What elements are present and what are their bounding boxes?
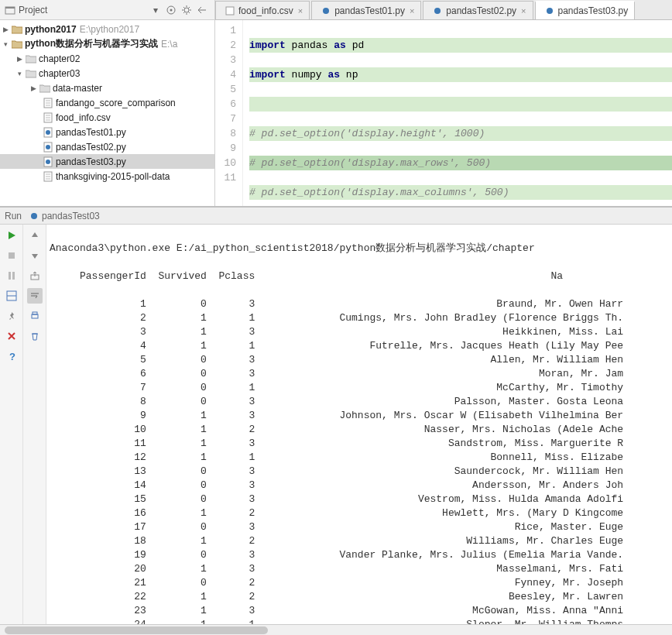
file-icon (43, 171, 53, 182)
csv-icon (43, 112, 53, 123)
tree-file-pt02[interactable]: pandasTest02.py (0, 139, 214, 154)
close-run-button[interactable] (4, 328, 19, 344)
project-collapse-icon[interactable] (194, 2, 210, 18)
python-file-icon (432, 5, 443, 16)
soft-wrap-button[interactable] (27, 288, 43, 304)
project-dropdown-icon[interactable]: ▾ (148, 2, 163, 18)
svg-rect-1 (5, 7, 15, 9)
svg-point-4 (184, 8, 189, 12)
console-output[interactable]: Anaconda3\python.exe E:/ai_python_scient… (46, 225, 672, 635)
tab-pandastest03[interactable]: pandasTest03.py (535, 1, 636, 19)
line-gutter: 1234567891011 (215, 20, 243, 206)
tree-chapter03[interactable]: ▾ chapter03 (0, 66, 214, 81)
tab-label: pandasTest03.py (558, 5, 629, 16)
close-icon[interactable]: × (298, 6, 303, 15)
csv-icon (225, 5, 235, 16)
tab-food-info[interactable]: food_info.csv × (215, 1, 310, 19)
svg-point-24 (323, 8, 329, 14)
folder-icon (26, 68, 36, 79)
help-button[interactable]: ? (4, 348, 19, 364)
python-file-icon (43, 142, 53, 153)
layout-button[interactable] (4, 288, 19, 304)
svg-point-26 (547, 8, 553, 14)
pin-button[interactable] (4, 308, 19, 324)
editor-area: food_info.csv × pandasTest01.py × pandas… (215, 0, 672, 206)
console-columns: PassengerId Survived Pclass Na (50, 269, 672, 283)
run-panel: Run pandasTest03 ? (0, 206, 672, 635)
code-editor[interactable]: 1234567891011 import pandas as pd import… (215, 20, 672, 206)
tree-file-food[interactable]: food_info.csv (0, 110, 214, 125)
project-locate-icon[interactable] (163, 2, 179, 18)
tree-file-pt01[interactable]: pandasTest01.py (0, 125, 214, 139)
svg-rect-35 (32, 314, 38, 318)
svg-rect-28 (9, 252, 15, 259)
project-panel: Project ▾ ▶ python2017 E:\python2017 ▾ (0, 0, 215, 206)
project-icon (5, 5, 15, 15)
folder-icon (39, 83, 50, 94)
svg-rect-29 (9, 272, 11, 280)
tab-pandastest02[interactable]: pandasTest02.py × (423, 1, 533, 19)
scrollbar-thumb[interactable] (5, 626, 268, 634)
export-button[interactable] (27, 268, 43, 283)
project-settings-icon[interactable] (179, 2, 194, 18)
svg-point-14 (46, 130, 50, 135)
tab-label: pandasTest01.py (334, 5, 405, 16)
svg-point-16 (46, 145, 50, 149)
svg-point-18 (46, 160, 50, 164)
tree-chapter02[interactable]: ▶ chapter02 (0, 51, 214, 66)
svg-text:?: ? (9, 351, 15, 362)
tree-root-pydata[interactable]: ▾ python数据分析与机器学习实战 E:\a (0, 36, 214, 51)
svg-rect-36 (33, 312, 37, 314)
run-header-label: Run (5, 211, 22, 221)
python-file-icon (29, 211, 39, 221)
run-toolbar-right (23, 225, 46, 635)
svg-point-3 (170, 9, 173, 11)
project-header: Project ▾ (0, 0, 214, 20)
folder-icon (26, 53, 36, 64)
tree-file-pt03[interactable]: pandasTest03.py (0, 154, 214, 169)
console-exec-line: Anaconda3\python.exe E:/ai_python_scient… (50, 242, 672, 256)
svg-rect-30 (12, 272, 15, 280)
print-button[interactable] (27, 308, 43, 324)
tab-label: food_info.csv (238, 5, 293, 16)
rerun-button[interactable] (4, 228, 19, 243)
up-button[interactable] (27, 228, 43, 243)
folder-icon (12, 39, 22, 50)
project-header-label: Project (19, 5, 148, 15)
tree-root-python2017[interactable]: ▶ python2017 E:\python2017 (0, 22, 214, 36)
close-icon[interactable]: × (521, 6, 526, 15)
code-content[interactable]: import pandas as pd import numpy as np #… (243, 20, 672, 206)
close-icon[interactable]: × (410, 6, 414, 15)
tab-pandastest01[interactable]: pandasTest01.py × (311, 1, 421, 19)
svg-point-25 (434, 8, 441, 14)
project-tree[interactable]: ▶ python2017 E:\python2017 ▾ python数据分析与… (0, 20, 214, 206)
svg-rect-23 (226, 7, 234, 15)
tree-data-master[interactable]: ▶ data-master (0, 81, 214, 95)
python-file-icon (544, 5, 555, 16)
python-file-icon (43, 156, 53, 167)
horizontal-scrollbar[interactable] (0, 624, 672, 635)
editor-tabs: food_info.csv × pandasTest01.py × pandas… (215, 0, 672, 20)
tree-file-fandango[interactable]: fandango_score_comparison (0, 95, 214, 110)
run-header: Run pandasTest03 (0, 208, 672, 225)
svg-point-27 (31, 213, 37, 219)
python-file-icon (43, 127, 53, 138)
folder-icon (12, 24, 22, 35)
console-rows: 1 0 3 Braund, Mr. Owen Harr 2 1 1 Cuming… (50, 297, 672, 635)
python-file-icon (321, 5, 331, 16)
file-icon (43, 98, 53, 108)
down-button[interactable] (27, 248, 43, 263)
tab-label: pandasTest02.py (446, 5, 516, 16)
run-config-name: pandasTest03 (42, 211, 100, 221)
trash-button[interactable] (27, 328, 43, 344)
tree-file-thanks[interactable]: thanksgiving-2015-poll-data (0, 169, 214, 184)
pause-button[interactable] (4, 268, 19, 283)
stop-button[interactable] (4, 248, 19, 263)
run-toolbar-left: ? (0, 225, 23, 635)
